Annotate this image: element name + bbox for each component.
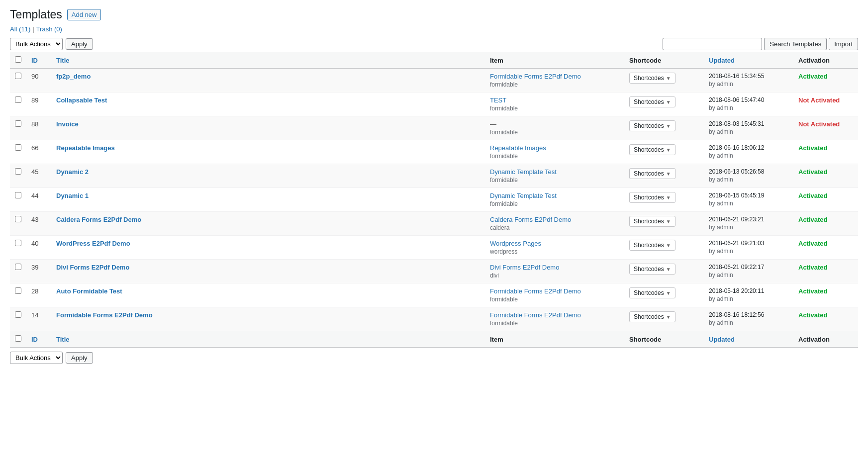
row-checkbox bbox=[10, 307, 26, 331]
select-all-checkbox-bottom[interactable] bbox=[15, 335, 21, 342]
activation-link[interactable]: Not Activated bbox=[798, 96, 840, 104]
shortcode-button[interactable]: Shortcodes ▼ bbox=[629, 216, 675, 227]
shortcode-button[interactable]: Shortcodes ▼ bbox=[629, 264, 675, 275]
row-select-checkbox[interactable] bbox=[15, 192, 21, 198]
row-item-link[interactable]: Formidable Forms E2Pdf Demo bbox=[490, 287, 581, 295]
activation-link[interactable]: Activated bbox=[798, 216, 828, 223]
footer-title: Title bbox=[51, 331, 485, 348]
search-input[interactable] bbox=[663, 38, 762, 50]
row-title-link[interactable]: Dynamic 2 bbox=[56, 168, 89, 176]
import-button[interactable]: Import bbox=[829, 38, 858, 50]
row-item-link[interactable]: Repeatable Images bbox=[490, 144, 546, 152]
row-checkbox bbox=[10, 140, 26, 164]
row-item-link[interactable]: Divi Forms E2Pdf Demo bbox=[490, 264, 559, 271]
row-title-link[interactable]: Dynamic 1 bbox=[56, 192, 89, 199]
row-select-checkbox[interactable] bbox=[15, 120, 21, 127]
shortcode-button[interactable]: Shortcodes ▼ bbox=[629, 240, 675, 251]
row-title-link[interactable]: WordPress E2Pdf Demo bbox=[56, 240, 130, 247]
activation-link[interactable]: Activated bbox=[798, 287, 828, 295]
shortcode-button[interactable]: Shortcodes ▼ bbox=[629, 144, 675, 155]
row-checkbox bbox=[10, 164, 26, 188]
row-title-link[interactable]: Collapsable Test bbox=[56, 96, 107, 104]
row-updated-by: by admin bbox=[709, 319, 788, 326]
row-title-link[interactable]: Caldera Forms E2Pdf Demo bbox=[56, 216, 141, 223]
activation-link[interactable]: Activated bbox=[798, 73, 828, 80]
row-activation: Activated bbox=[793, 140, 858, 164]
row-updated-by: by admin bbox=[709, 152, 788, 159]
row-item-link[interactable]: Wordpress Pages bbox=[490, 240, 541, 247]
row-select-checkbox[interactable] bbox=[15, 144, 21, 151]
shortcode-button[interactable]: Shortcodes ▼ bbox=[629, 311, 675, 322]
activation-link[interactable]: Activated bbox=[798, 168, 828, 176]
apply-button-bottom[interactable]: Apply bbox=[66, 352, 93, 364]
activation-link[interactable]: Not Activated bbox=[798, 120, 840, 128]
shortcode-button[interactable]: Shortcodes ▼ bbox=[629, 96, 675, 107]
search-button[interactable]: Search Templates bbox=[764, 38, 827, 50]
bulk-actions-select-top[interactable]: Bulk Actions bbox=[10, 38, 63, 50]
row-item-sub: formidable bbox=[490, 296, 619, 303]
row-item-link[interactable]: Dynamic Template Test bbox=[490, 192, 557, 199]
row-title-link[interactable]: fp2p_demo bbox=[56, 73, 91, 80]
row-select-checkbox[interactable] bbox=[15, 73, 21, 79]
select-all-checkbox-top[interactable] bbox=[15, 56, 21, 63]
row-select-checkbox[interactable] bbox=[15, 240, 21, 246]
shortcode-button[interactable]: Shortcodes ▼ bbox=[629, 120, 675, 131]
row-item-link[interactable]: Formidable Forms E2Pdf Demo bbox=[490, 311, 581, 319]
row-select-checkbox[interactable] bbox=[15, 96, 21, 103]
footer-id-link[interactable]: ID bbox=[31, 336, 38, 343]
row-title-link[interactable]: Auto Formidable Test bbox=[56, 287, 122, 295]
row-checkbox bbox=[10, 69, 26, 93]
header-id-link[interactable]: ID bbox=[31, 57, 38, 64]
shortcode-arrow-icon: ▼ bbox=[666, 147, 671, 153]
activation-link[interactable]: Activated bbox=[798, 240, 828, 247]
row-updated: 2018-06-15 05:45:19 by admin bbox=[704, 188, 793, 212]
shortcode-button[interactable]: Shortcodes ▼ bbox=[629, 168, 675, 179]
filter-trash-link[interactable]: Trash (0) bbox=[36, 25, 62, 33]
shortcode-button[interactable]: Shortcodes ▼ bbox=[629, 287, 675, 298]
row-title-link[interactable]: Repeatable Images bbox=[56, 144, 115, 152]
row-updated-by: by admin bbox=[709, 176, 788, 183]
row-updated: 2018-06-16 18:06:12 by admin bbox=[704, 140, 793, 164]
row-select-checkbox[interactable] bbox=[15, 311, 21, 318]
filter-all-link[interactable]: All (11) bbox=[10, 25, 30, 33]
row-item-dash: — bbox=[490, 120, 496, 128]
header-title-link[interactable]: Title bbox=[56, 57, 70, 64]
activation-link[interactable]: Activated bbox=[798, 264, 828, 271]
bulk-actions-select-bottom[interactable]: Bulk Actions bbox=[10, 352, 63, 364]
table-row: 43 Caldera Forms E2Pdf Demo Caldera Form… bbox=[10, 212, 858, 236]
row-item: Dynamic Template Test formidable bbox=[485, 188, 624, 212]
activation-link[interactable]: Activated bbox=[798, 311, 828, 319]
shortcode-label: Shortcodes bbox=[634, 75, 664, 82]
row-updated-date: 2018-06-21 09:21:03 bbox=[709, 240, 788, 247]
activation-link[interactable]: Activated bbox=[798, 144, 828, 152]
row-select-checkbox[interactable] bbox=[15, 168, 21, 175]
shortcode-arrow-icon: ▼ bbox=[666, 195, 671, 200]
apply-button-top[interactable]: Apply bbox=[66, 38, 93, 50]
row-id: 66 bbox=[26, 140, 51, 164]
row-updated-by: by admin bbox=[709, 224, 788, 231]
footer-updated-link[interactable]: Updated bbox=[709, 336, 735, 343]
row-updated: 2018-06-13 05:26:58 by admin bbox=[704, 164, 793, 188]
row-title-link[interactable]: Divi Forms E2Pdf Demo bbox=[56, 264, 129, 271]
footer-title-link[interactable]: Title bbox=[56, 336, 70, 343]
shortcode-button[interactable]: Shortcodes ▼ bbox=[629, 73, 675, 84]
header-updated-link[interactable]: Updated bbox=[709, 57, 735, 64]
add-new-button[interactable]: Add new bbox=[67, 9, 101, 20]
row-title-link[interactable]: Formidable Forms E2Pdf Demo bbox=[56, 311, 153, 319]
row-item-link[interactable]: TEST bbox=[490, 96, 506, 104]
shortcode-arrow-icon: ▼ bbox=[666, 290, 671, 296]
row-item-link[interactable]: Dynamic Template Test bbox=[490, 168, 557, 176]
row-item-link[interactable]: Formidable Forms E2Pdf Demo bbox=[490, 73, 581, 80]
row-item: — formidable bbox=[485, 116, 624, 140]
row-select-checkbox[interactable] bbox=[15, 287, 21, 294]
shortcode-arrow-icon: ▼ bbox=[666, 99, 671, 105]
row-item: Divi Forms E2Pdf Demo divi bbox=[485, 260, 624, 283]
row-select-checkbox[interactable] bbox=[15, 216, 21, 222]
table-row: 39 Divi Forms E2Pdf Demo Divi Forms E2Pd… bbox=[10, 260, 858, 283]
row-select-checkbox[interactable] bbox=[15, 264, 21, 270]
row-updated-date: 2018-06-15 05:45:19 bbox=[709, 192, 788, 199]
activation-link[interactable]: Activated bbox=[798, 192, 828, 199]
row-title-link[interactable]: Invoice bbox=[56, 120, 79, 128]
shortcode-button[interactable]: Shortcodes ▼ bbox=[629, 192, 675, 203]
row-item-link[interactable]: Caldera Forms E2Pdf Demo bbox=[490, 216, 571, 223]
